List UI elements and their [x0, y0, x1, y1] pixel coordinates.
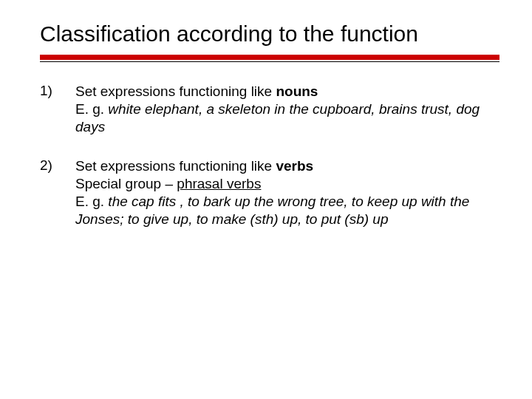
text-bold: verbs — [276, 158, 313, 174]
text-underline: phrasal verbs — [177, 176, 261, 191]
list-item: 2) Set expressions functioning like verb… — [40, 157, 499, 228]
text: Set expressions functioning like — [75, 158, 276, 174]
text: Set expressions functioning like — [75, 83, 276, 99]
slide-title: Classification according to the function — [40, 21, 499, 47]
item-number: 2) — [40, 157, 75, 228]
example-text: white elephant, a skeleton in the cupboa… — [75, 101, 480, 134]
text-bold: nouns — [276, 83, 318, 99]
example-prefix: E. g. — [75, 101, 108, 117]
list-item: 1) Set expressions functioning like noun… — [40, 83, 499, 135]
item-number: 1) — [40, 83, 75, 135]
title-underline — [40, 55, 499, 62]
item-body: Set expressions functioning like nouns E… — [75, 83, 499, 135]
slide: Classification according to the function… — [0, 0, 532, 399]
text: Special group – — [75, 176, 177, 191]
example-prefix: E. g. — [75, 194, 108, 209]
example-text: the cap fits , to bark up the wrong tree… — [75, 194, 469, 227]
item-body: Set expressions functioning like verbs S… — [75, 157, 499, 228]
